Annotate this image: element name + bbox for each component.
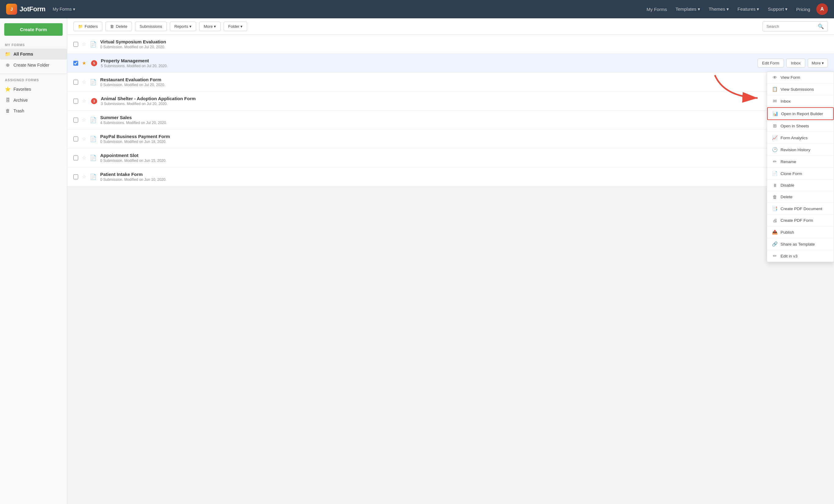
form-star[interactable]: ☆ [82,174,86,180]
nav-themes[interactable]: Themes ▾ [709,6,729,12]
form-actions: Edit Form Inbox More ▾ [758,59,828,67]
dropdown-clone-form[interactable]: 📄 Clone Form [767,168,834,180]
myforms-dropdown[interactable]: My Forms ▾ [53,7,75,12]
sidebar-item-all-forms[interactable]: 📁 All Forms [0,48,67,60]
folders-button[interactable]: 📁 Folders [73,22,102,31]
dropdown-inbox[interactable]: ✉ Inbox [767,95,834,107]
nav-templates[interactable]: Templates ▾ [676,6,700,12]
form-title: Summer Sales [100,115,828,120]
nav-pricing[interactable]: Pricing [796,7,810,12]
form-meta: 3 Submissions. Modified on Jul 20, 2020. [101,102,828,106]
user-avatar[interactable]: A [816,3,828,15]
search-input[interactable] [767,24,815,29]
form-info: Restaurant Evaluation Form 0 Submission.… [100,77,828,87]
my-forms-label: MY FORMS [0,42,67,48]
dropdown-view-form[interactable]: 👁 View Form [767,72,834,83]
form-star[interactable]: ☆ [82,41,86,47]
form-checkbox[interactable] [73,42,78,47]
form-info: Property Management 5 Submissions. Modif… [101,58,754,68]
dropdown-view-submissions[interactable]: 📋 View Submissions [767,83,834,95]
reports-button[interactable]: Reports ▾ [170,22,196,31]
form-checkbox[interactable] [73,80,78,85]
form-meta: 4 Submissions. Modified on Jul 20, 2020. [100,120,828,125]
form-checkbox-selected[interactable] [73,61,78,66]
nav-support[interactable]: Support ▾ [768,6,788,12]
analytics-icon: 📈 [772,135,777,140]
form-checkbox[interactable] [73,155,78,160]
pdf-doc-icon: 📑 [772,206,777,211]
logo-icon: J [6,4,17,15]
form-meta: 0 Submission. Modified on Jun 18, 2020. [100,139,828,144]
form-row-selected: ★ 5 Property Management 5 Submissions. M… [67,54,834,73]
dropdown-share-template[interactable]: 🔗 Share as Template [767,238,834,250]
dropdown-revision-history[interactable]: 🕐 Revision History [767,144,834,156]
sidebar: Create Form MY FORMS 📁 All Forms ⊕ Creat… [0,18,67,504]
form-star[interactable]: ☆ [82,155,86,161]
form-star[interactable]: ☆ [82,79,86,85]
form-star[interactable]: ☆ [82,117,86,123]
dropdown-disable[interactable]: ⏸ Disable [767,180,834,191]
sidebar-item-favorites[interactable]: ⭐ Favorites [0,84,67,95]
sidebar-item-trash[interactable]: 🗑 Trash [0,105,67,116]
form-row: ☆ 📄 PayPal Business Payment Form 0 Submi… [67,130,834,149]
form-info: Appointment Slot 0 Submission. Modified … [100,153,828,163]
create-form-button[interactable]: Create Form [4,23,63,36]
form-checkbox[interactable] [73,98,78,104]
form-checkbox[interactable] [73,136,78,141]
archive-label: Archive [14,98,28,103]
form-icon: 📄 [90,79,96,86]
form-icon: 📄 [90,174,96,180]
sidebar-item-archive[interactable]: 🗄 Archive [0,95,67,105]
more-button[interactable]: More ▾ [199,22,221,31]
dropdown-open-sheets[interactable]: ⊞ Open in Sheets [767,120,834,132]
form-row: ☆ 📄 Patient Intake Form 0 Submission. Mo… [67,168,834,186]
form-checkbox[interactable] [73,174,78,179]
sheets-icon: ⊞ [772,123,777,129]
dropdown-create-pdf-form[interactable]: 🖨 Create PDF Form [767,215,834,226]
form-star-active[interactable]: ★ [82,60,86,66]
form-more-button[interactable]: More ▾ [808,59,828,67]
form-icon: 📄 [90,41,96,48]
form-star[interactable]: ☆ [82,98,86,104]
form-star[interactable]: ☆ [82,136,86,142]
dropdown-edit-v3[interactable]: ✏ Edit in v3 [767,250,834,262]
trash-icon: 🗑 [5,108,10,113]
inbox-button[interactable]: Inbox [786,59,805,67]
form-meta: 5 Submissions. Modified on Jul 20, 2020. [101,64,754,68]
dropdown-delete[interactable]: 🗑 Delete [767,191,834,203]
nav-features[interactable]: Features ▾ [738,6,759,12]
form-row: ☆ 📄 Virtual Symposium Evaluation 0 Submi… [67,35,834,54]
form-meta: 0 Submission. Modified on Jun 10, 2020. [100,177,828,182]
nav-my-forms[interactable]: My Forms [646,7,667,12]
logo[interactable]: J JotForm [6,4,45,15]
dropdown-open-report-builder[interactable]: 📊 Open in Report Builder [767,107,834,120]
dropdown-create-pdf-doc[interactable]: 📑 Create PDF Document [767,203,834,215]
nav-links: My Forms Templates ▾ Themes ▾ Features ▾… [646,6,810,12]
delete-icon: 🗑 [110,24,114,29]
form-title: Appointment Slot [100,153,828,158]
folders-icon: 📁 [78,24,83,29]
delete-button[interactable]: 🗑 Delete [105,22,132,31]
form-badge: 3 [91,98,97,104]
form-checkbox[interactable] [73,117,78,123]
form-info: Animal Shelter - Adoption Application Fo… [101,96,828,106]
form-icon: 📄 [90,117,96,124]
star-icon: ⭐ [5,86,10,92]
edit-form-button[interactable]: Edit Form [758,59,784,67]
folder-button[interactable]: Folder ▾ [224,22,247,31]
dropdown-publish[interactable]: 📤 Publish [767,226,834,238]
submissions-button[interactable]: Submissions [135,22,167,31]
dropdown-rename[interactable]: ✏ Rename [767,156,834,168]
form-meta: 0 Submission. Modified on Jul 20, 2020. [100,83,828,87]
view-form-icon: 👁 [772,75,777,80]
form-row: ☆ 📄 Summer Sales 4 Submissions. Modified… [67,111,834,130]
view-submissions-icon: 📋 [772,86,777,92]
all-forms-label: All Forms [14,52,33,57]
dropdown-form-analytics[interactable]: 📈 Form Analytics [767,132,834,144]
inbox-icon: ✉ [772,98,777,104]
archive-icon: 🗄 [5,97,10,103]
sidebar-item-create-folder[interactable]: ⊕ Create New Folder [0,60,67,70]
search-box: 🔍 [763,21,828,31]
report-builder-icon: 📊 [773,111,778,116]
forms-list: ☆ 📄 Virtual Symposium Evaluation 0 Submi… [67,35,834,504]
